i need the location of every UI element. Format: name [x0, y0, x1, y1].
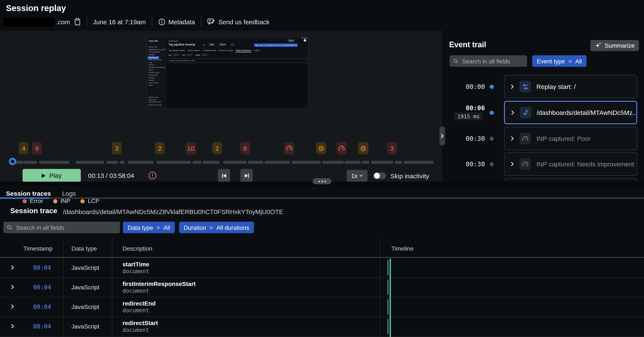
- row-border: [0, 336, 644, 336]
- row-description-sub: document: [122, 327, 149, 333]
- row-description-name: redirectStart: [122, 320, 158, 326]
- row-datatype: JavaScript: [72, 323, 99, 330]
- row-expand-chevron[interactable]: [11, 324, 14, 328]
- row-datatype: JavaScript: [72, 264, 99, 271]
- row-datatype: JavaScript: [72, 304, 99, 310]
- row-timestamp: 00:04: [33, 284, 51, 290]
- row-description-name: startTime: [122, 261, 149, 268]
- timeline-position-line: [390, 259, 391, 337]
- trace-table-body: 00:04JavaScriptstartTimedocument00:04Jav…: [0, 0, 644, 337]
- table-row[interactable]: 00:04JavaScriptfirstInterimResponseStart…: [0, 278, 644, 297]
- row-timestamp: 00:04: [33, 264, 51, 271]
- table-row[interactable]: 00:04JavaScriptstartTimedocument: [0, 258, 644, 278]
- table-row[interactable]: 00:04JavaScriptredirectEnddocument: [0, 297, 644, 316]
- row-timeline-tick: [388, 319, 388, 334]
- row-description-sub: document: [122, 307, 149, 314]
- row-expand-chevron[interactable]: [11, 265, 14, 270]
- row-description-sub: document: [122, 268, 149, 274]
- table-row[interactable]: 00:04JavaScriptredirectStartdocument: [0, 316, 644, 336]
- row-timestamp: 00:04: [33, 304, 51, 310]
- row-timeline-tick: [388, 280, 388, 295]
- row-expand-chevron[interactable]: [11, 304, 14, 309]
- row-timeline-tick: [388, 260, 388, 275]
- row-datatype: JavaScript: [72, 284, 99, 290]
- row-expand-chevron[interactable]: [11, 285, 14, 289]
- row-timestamp: 00:04: [33, 323, 51, 330]
- row-description-name: firstInterimResponseStart: [122, 280, 196, 287]
- row-timeline-tick: [388, 299, 388, 314]
- row-description-name: redirectEnd: [122, 300, 156, 307]
- session-replay-page: Session replay .com June 16 at 7:19am Me…: [0, 0, 644, 337]
- row-description-sub: document: [122, 288, 149, 294]
